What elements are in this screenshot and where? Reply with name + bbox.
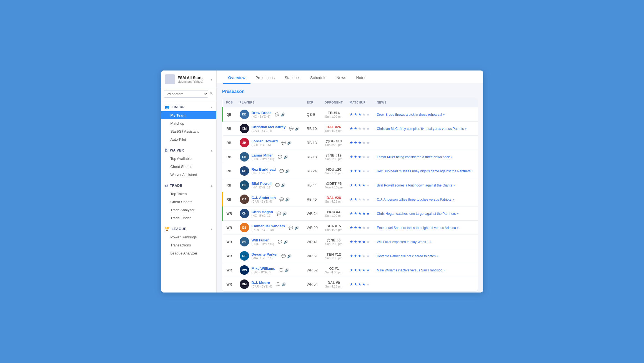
message-icon[interactable]: 💬 — [278, 155, 282, 159]
player-name[interactable]: Lamar Miller — [252, 153, 274, 157]
news-link[interactable]: Emmanuel Sanders takes the night off ver… — [377, 226, 459, 230]
message-icon[interactable]: 💬 — [278, 240, 282, 244]
player-name[interactable]: Emmanuel Sanders — [252, 224, 285, 228]
player-name[interactable]: Bilal Powell — [252, 182, 272, 186]
player-name[interactable]: Mike Williams — [252, 266, 275, 271]
player-news[interactable]: Lamar Miller being considered a three-do… — [374, 150, 478, 164]
waiver-section-header[interactable]: ⇅ WAIVER ▴ — [161, 146, 216, 155]
audio-icon[interactable]: 🔊 — [285, 197, 290, 201]
news-link[interactable]: C.J. Anderson tallies three touches vers… — [377, 198, 454, 201]
player-news[interactable]: Drew Brees throws a pick in dress rehear… — [374, 107, 478, 122]
player-name[interactable]: Rex Burkhead — [252, 167, 276, 172]
message-icon[interactable]: 💬 — [289, 127, 294, 131]
news-link[interactable]: Devante Parker still not cleared to catc… — [377, 254, 438, 258]
audio-icon[interactable]: 🔊 — [281, 183, 285, 187]
audio-icon[interactable]: 🔊 — [287, 254, 292, 258]
message-icon[interactable]: 💬 — [276, 282, 280, 286]
tab-news[interactable]: News — [331, 70, 351, 84]
team-select[interactable]: vMonsters — [164, 90, 208, 98]
player-name[interactable]: Christian McCaffrey — [252, 125, 286, 129]
player-opponent: TB #14 Sun 1:00 pm — [321, 107, 346, 122]
player-news[interactable]: Chris Hogan catches lone target against … — [374, 206, 478, 221]
audio-icon[interactable]: 🔊 — [282, 211, 287, 216]
tab-statistics[interactable]: Statistics — [280, 70, 305, 84]
trade-section-header[interactable]: ⇄ TRADE ▴ — [161, 182, 216, 190]
player-ecr: WR 54 — [303, 277, 321, 291]
player-name[interactable]: Will Fuller — [252, 238, 274, 242]
player-news[interactable]: Bilal Powell scores a touchdown against … — [374, 178, 478, 192]
message-icon[interactable]: 💬 — [275, 183, 280, 187]
news-link[interactable]: Christian McCaffrey compiles 64 total ya… — [377, 127, 467, 131]
player-news[interactable]: Christian McCaffrey compiles 64 total ya… — [374, 122, 478, 136]
message-icon[interactable]: 💬 — [279, 268, 283, 272]
player-name[interactable]: Jordan Howard — [252, 139, 278, 143]
waiver-item-top-available[interactable]: Top Available — [161, 155, 216, 163]
audio-icon[interactable]: 🔊 — [295, 127, 299, 131]
lineup-item-my-team[interactable]: My Team — [161, 111, 216, 119]
lineup-item-matchup[interactable]: Matchup — [161, 119, 216, 127]
player-news[interactable]: Mike Williams inactive versus San Franci… — [374, 263, 478, 277]
player-name[interactable]: Chris Hogan — [252, 210, 273, 214]
news-link[interactable]: Lamar Miller being considered a three-do… — [377, 155, 453, 159]
league-section-header[interactable]: 🏆 LEAGUE ▴ — [161, 225, 216, 233]
league-item-transactions[interactable]: Transactions — [161, 241, 216, 249]
lineup-item-auto-pilot[interactable]: Auto-Pilot — [161, 135, 216, 143]
star-3: ★ — [358, 183, 362, 187]
news-link[interactable]: Will Fuller expected to play Week 1 » — [377, 240, 432, 244]
message-icon[interactable]: 💬 — [281, 141, 286, 145]
audio-icon[interactable]: 🔊 — [284, 240, 288, 244]
star-1: ★ — [350, 140, 353, 145]
message-icon[interactable]: 💬 — [275, 112, 279, 117]
player-name[interactable]: D.J. Moore — [252, 281, 272, 285]
trade-item-finder[interactable]: Trade Finder — [161, 214, 216, 222]
message-icon[interactable]: 💬 — [279, 169, 284, 173]
player-news[interactable]: Rex Burkhead misses Friday night's game … — [374, 164, 478, 178]
player-name[interactable]: Drew Brees — [252, 111, 272, 115]
news-link[interactable]: Bilal Powell scores a touchdown against … — [377, 183, 455, 187]
player-news[interactable]: Devante Parker still not cleared to catc… — [374, 249, 478, 263]
message-icon[interactable]: 💬 — [277, 211, 281, 216]
star-3: ★ — [358, 240, 362, 244]
message-icon[interactable]: 💬 — [289, 226, 293, 230]
trade-item-analyzer[interactable]: Trade Analyzer — [161, 206, 216, 214]
tab-schedule[interactable]: Schedule — [305, 70, 331, 84]
waiver-item-cheat-sheets[interactable]: Cheat Sheets — [161, 163, 216, 171]
refresh-button[interactable]: ↻ — [210, 91, 214, 97]
tab-overview[interactable]: Overview — [223, 70, 250, 84]
message-icon[interactable]: 💬 — [279, 197, 284, 201]
trade-item-cheat-sheets[interactable]: Cheat Sheets — [161, 198, 216, 206]
lineup-chevron-icon: ▴ — [211, 105, 212, 109]
league-item-league-analyzer[interactable]: League Analyzer — [161, 249, 216, 257]
opp-time: Sun 1:00 pm — [325, 157, 343, 161]
audio-icon[interactable]: 🔊 — [287, 141, 292, 145]
news-link[interactable]: Chris Hogan catches lone target against … — [377, 212, 459, 216]
star-3: ★ — [358, 225, 362, 230]
audio-icon[interactable]: 🔊 — [285, 169, 290, 173]
trade-item-top-taken[interactable]: Top Taken — [161, 190, 216, 198]
audio-icon[interactable]: 🔊 — [284, 155, 288, 159]
player-name[interactable]: Devante Parker — [252, 252, 278, 256]
player-news[interactable]: Emmanuel Sanders takes the night off ver… — [374, 221, 478, 235]
news-link[interactable]: Mike Williams inactive versus San Franci… — [377, 268, 445, 272]
lineup-section-header[interactable]: 👥 LINEUP ▴ — [161, 103, 216, 111]
audio-icon[interactable]: 🔊 — [281, 112, 285, 117]
opp-team: DAL #9 — [325, 281, 343, 285]
main-content: Overview Projections Statistics Schedule… — [217, 70, 483, 293]
waiver-item-waiver-assistant[interactable]: Waiver Assistant — [161, 171, 216, 179]
news-link[interactable]: Rex Burkhead misses Friday night's game … — [377, 169, 473, 173]
table-row: RB RB Rex Burkhead (NE · BYE: 11) 💬 🔊 RB… — [223, 164, 478, 178]
player-name[interactable]: C.J. Anderson — [252, 196, 276, 200]
tab-projections[interactable]: Projections — [250, 70, 280, 84]
audio-icon[interactable]: 🔊 — [285, 268, 289, 272]
player-news[interactable]: Will Fuller expected to play Week 1 » — [374, 235, 478, 249]
sidebar-header-chevron-icon[interactable]: ▾ — [211, 77, 212, 82]
lineup-item-start-sit[interactable]: Start/Sit Assistant — [161, 127, 216, 135]
audio-icon[interactable]: 🔊 — [282, 282, 286, 286]
player-news[interactable]: C.J. Anderson tallies three touches vers… — [374, 192, 478, 206]
league-item-power-rankings[interactable]: Power Rankings — [161, 233, 216, 241]
news-link[interactable]: Drew Brees throws a pick in dress rehear… — [377, 113, 445, 117]
tab-notes[interactable]: Notes — [351, 70, 371, 84]
audio-icon[interactable]: 🔊 — [294, 226, 299, 230]
player-meta: (MIA · BYE: 11) — [252, 256, 278, 260]
message-icon[interactable]: 💬 — [281, 254, 286, 258]
